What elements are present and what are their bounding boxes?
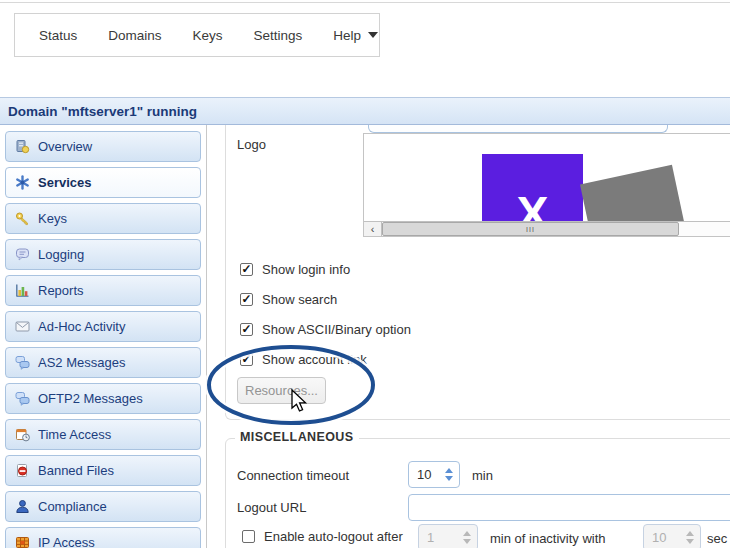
logo-label: Logo: [237, 137, 266, 152]
auto-logout-minutes-value: 1: [427, 530, 434, 545]
miscellaneous-legend: MISCELLANEOUS: [235, 430, 359, 444]
banned-files-icon: [15, 463, 30, 478]
show-login-info-label: Show login info: [262, 262, 350, 277]
ip-access-icon: [15, 535, 30, 548]
spinner-arrows-icon: [461, 525, 473, 548]
auto-logout-label: Enable auto-logout after: [264, 529, 403, 544]
reports-icon: [15, 283, 30, 298]
menu-status[interactable]: Status: [39, 28, 77, 43]
sidebar-nav: Overview Services Keys Logging Reports A…: [5, 131, 201, 548]
keys-icon: [15, 211, 30, 226]
logging-icon: [15, 247, 30, 262]
connection-timeout-label: Connection timeout: [237, 468, 349, 483]
sidebar-item-ip-access[interactable]: IP Access: [5, 527, 201, 548]
as2-messages-icon: [15, 355, 30, 370]
show-ascii-binary-checkbox[interactable]: ✓: [240, 323, 253, 336]
services-icon: [15, 175, 30, 190]
menu-keys[interactable]: Keys: [193, 28, 223, 43]
menu-domains[interactable]: Domains: [108, 28, 161, 43]
auto-logout-checkbox[interactable]: [242, 530, 255, 543]
connection-timeout-value: 10: [417, 467, 431, 482]
scroll-left-button[interactable]: ‹: [364, 222, 382, 236]
show-search-label: Show search: [262, 292, 337, 307]
sidebar-item-label: OFTP2 Messages: [38, 391, 143, 406]
scrollbar-grip-icon: III: [526, 226, 535, 233]
caret-down-icon: [368, 32, 378, 38]
sidebar-item-label: Keys: [38, 211, 67, 226]
sidebar-item-label: Logging: [38, 247, 84, 262]
menu-settings[interactable]: Settings: [254, 28, 303, 43]
compliance-icon: [15, 499, 30, 514]
show-account-link-checkbox[interactable]: ✓: [240, 353, 253, 366]
spinner-arrows-icon: [684, 525, 696, 548]
logo-preview-panel: X ‹ III: [363, 133, 730, 237]
show-account-link-row: ✓ Show account link: [240, 352, 367, 367]
sidebar-item-reports[interactable]: Reports: [5, 275, 201, 306]
sidebar-item-label: Ad-Hoc Activity: [38, 319, 125, 334]
sidebar-item-compliance[interactable]: Compliance: [5, 491, 201, 522]
auto-logout-middle-text: min of inactivity with: [490, 531, 606, 546]
sidebar-item-adhoc-activity[interactable]: Ad-Hoc Activity: [5, 311, 201, 342]
sidebar-item-banned-files[interactable]: Banned Files: [5, 455, 201, 486]
sidebar-item-time-access[interactable]: Time Access: [5, 419, 201, 450]
auto-logout-row: Enable auto-logout after: [242, 529, 403, 544]
sidebar-item-label: Services: [38, 175, 92, 190]
sidebar-item-label: Banned Files: [38, 463, 114, 478]
auto-logout-seconds-spinner: 10: [643, 524, 701, 548]
sidebar-item-overview[interactable]: Overview: [5, 131, 201, 162]
sidebar-content-divider: [206, 125, 207, 548]
scrollbar-thumb[interactable]: III: [382, 222, 679, 236]
spinner-arrows-icon[interactable]: [443, 462, 455, 487]
sidebar-item-label: IP Access: [38, 535, 95, 548]
sidebar-item-keys[interactable]: Keys: [5, 203, 201, 234]
sidebar-item-logging[interactable]: Logging: [5, 239, 201, 270]
oftp2-messages-icon: [15, 391, 30, 406]
auto-logout-seconds-value: 10: [652, 530, 666, 545]
domain-status-bar: Domain "mftserver1" running: [0, 97, 730, 125]
scroll-left-icon: ‹: [371, 223, 375, 235]
menu-help[interactable]: Help: [333, 28, 378, 43]
logo-horizontal-scrollbar: ‹ III: [364, 221, 730, 236]
show-account-link-label: Show account link: [262, 352, 367, 367]
resources-button[interactable]: Resources...: [237, 377, 326, 404]
show-search-checkbox[interactable]: ✓: [240, 293, 253, 306]
sidebar-item-label: Overview: [38, 139, 92, 154]
auto-logout-minutes-spinner: 1: [418, 524, 478, 548]
show-search-row: ✓ Show search: [240, 292, 337, 307]
auto-logout-suffix-text: sec w: [707, 531, 730, 546]
show-ascii-binary-row: ✓ Show ASCII/Binary option: [240, 322, 411, 337]
show-ascii-binary-label: Show ASCII/Binary option: [262, 322, 411, 337]
logout-url-label: Logout URL: [237, 500, 306, 515]
domain-status-title: Domain "mftserver1" running: [8, 104, 197, 119]
main-menubar: Status Domains Keys Settings Help: [14, 13, 380, 57]
show-login-info-checkbox[interactable]: ✓: [240, 263, 253, 276]
sidebar-item-label: Compliance: [38, 499, 107, 514]
logout-url-input[interactable]: [408, 494, 730, 521]
adhoc-activity-icon: [15, 319, 30, 334]
overview-icon: [15, 139, 30, 154]
app-window: Status Domains Keys Settings Help Domain…: [0, 0, 730, 548]
scrollbar-track[interactable]: [679, 222, 730, 236]
connection-timeout-spinner[interactable]: 10: [408, 461, 460, 488]
window-top-divider: [0, 2, 730, 3]
sidebar-item-label: AS2 Messages: [38, 355, 125, 370]
sidebar-item-label: Reports: [38, 283, 84, 298]
sidebar-item-oftp2-messages[interactable]: OFTP2 Messages: [5, 383, 201, 414]
time-access-icon: [15, 427, 30, 442]
show-login-info-row: ✓ Show login info: [240, 262, 350, 277]
sidebar-item-label: Time Access: [38, 427, 111, 442]
sidebar-item-services[interactable]: Services: [5, 167, 201, 198]
connection-timeout-unit: min: [472, 468, 493, 483]
sidebar-item-as2-messages[interactable]: AS2 Messages: [5, 347, 201, 378]
